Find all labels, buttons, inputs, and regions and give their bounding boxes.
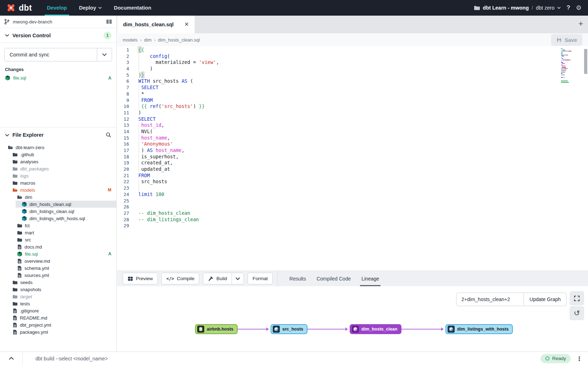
tree-item[interactable]: .github [0, 151, 116, 158]
tree-item-label: dbt_project.yml [20, 322, 51, 328]
line-number: 8 [117, 91, 129, 97]
tree-item-label: analyses [20, 159, 38, 164]
tree-item[interactable]: src [0, 236, 116, 243]
tree-item[interactable]: mart [0, 229, 116, 236]
compile-button[interactable]: </> Compile [161, 273, 199, 284]
line-number: 6 [117, 78, 129, 85]
tree-item[interactable]: dim_listings_with_hosts.sql [0, 215, 116, 222]
tree-item[interactable]: sources.yml [0, 272, 116, 279]
tree-item[interactable]: dbt_project.yml [0, 321, 116, 328]
tree-item[interactable]: dim_hosts_clean.sql [0, 201, 116, 208]
tree-item[interactable]: packages.yml [0, 328, 116, 336]
breadcrumb-separator: › [140, 37, 142, 43]
dbt-logo[interactable]: dbt [6, 2, 32, 13]
tree-item-label: models [20, 187, 35, 193]
status-badge: A [108, 251, 111, 256]
breadcrumb-models[interactable]: models [123, 37, 138, 43]
lineage-node-dim-listings-with-hosts[interactable]: dim_listings_with_hosts [445, 324, 513, 334]
lineage-node-dim-hosts-clean[interactable]: dim_hosts_clean [350, 324, 401, 334]
command-input[interactable]: dbt build --select <model_name> [35, 356, 108, 361]
tree-item[interactable]: overview.md [0, 257, 116, 265]
code-line: 15 host_name, [117, 135, 588, 141]
tree-item[interactable]: analyses [0, 158, 116, 165]
tree-item[interactable]: file.sql A [0, 250, 116, 257]
line-number: 10 [117, 103, 129, 110]
file-explorer-title: File Explorer [12, 132, 44, 138]
branch-bar[interactable]: mwong-dev-branch [0, 16, 116, 28]
top-navbar: dbt Develop Deploy Documentation dbt Lea… [0, 0, 588, 16]
docs-book-icon[interactable] [106, 19, 112, 24]
line-number: 9 [117, 97, 129, 104]
edge-arrow [237, 329, 268, 329]
line-number: 26 [117, 204, 129, 210]
folder-icon [17, 237, 22, 243]
lineage-node-src-hosts[interactable]: src_hosts [271, 324, 307, 334]
code-editor[interactable]: 1 {{ 2 config( 3 materialized = 'view', … [117, 46, 588, 271]
commit-and-sync-button[interactable]: Commit and sync [4, 48, 112, 61]
changed-file-row[interactable]: file.sql A [5, 75, 111, 81]
file-explorer-header[interactable]: File Explorer [0, 127, 116, 142]
tree-item[interactable]: fct [0, 222, 116, 229]
tree-item[interactable]: tests [0, 300, 116, 307]
tree-item-label: README.md [20, 315, 47, 321]
minimap[interactable] [561, 48, 579, 85]
expand-panel-button[interactable] [0, 352, 23, 365]
project-name: dbt Learn - mwong [483, 5, 529, 11]
line-number: 21 [117, 173, 129, 179]
tree-item-label: mart [25, 230, 34, 235]
tab-results[interactable]: Results [289, 271, 306, 286]
tree-item[interactable]: target [0, 293, 116, 300]
new-tab-plus-icon[interactable]: + [578, 20, 583, 28]
tree-item[interactable]: dim [0, 194, 116, 201]
breadcrumb-file[interactable]: dim_hosts_clean.sql [158, 37, 200, 43]
tree-item[interactable]: dbt_packages [0, 165, 116, 172]
model-cube-icon [448, 326, 455, 333]
tree-item[interactable]: docs.md [0, 243, 116, 250]
tree-item-label: .github [20, 152, 34, 157]
commit-options-caret[interactable] [97, 48, 112, 61]
tree-item[interactable]: logs [0, 172, 116, 179]
nav-documentation[interactable]: Documentation [114, 0, 151, 16]
save-icon [556, 37, 562, 43]
preview-button[interactable]: Preview [123, 273, 158, 284]
search-icon[interactable] [106, 132, 111, 138]
nav-develop[interactable]: Develop [47, 0, 67, 16]
tree-item[interactable]: macros [0, 179, 116, 186]
tab-compiled-code[interactable]: Compiled Code [317, 271, 351, 286]
breadcrumb: models › dim › dim_hosts_clean.sql Save [117, 33, 588, 46]
tree-item[interactable]: schema.yml [0, 265, 116, 272]
gear-icon[interactable]: ⚙ [576, 5, 582, 11]
version-control-header[interactable]: Version Control 1 [0, 28, 116, 43]
scrollbar-thumb[interactable] [584, 49, 587, 74]
tab-lineage[interactable]: Lineage [361, 271, 379, 286]
save-button[interactable]: Save [551, 34, 582, 46]
model-icon [22, 216, 27, 221]
tree-item[interactable]: models M [0, 186, 116, 194]
build-button[interactable]: Build [203, 273, 232, 284]
chevron-down-icon [98, 7, 102, 9]
close-icon[interactable]: ✕ [184, 22, 189, 27]
code-line: 24 limit 100 [117, 191, 588, 198]
tab-dim-hosts-clean[interactable]: dim_hosts_clean.sql ✕ [117, 16, 195, 33]
tab-label: dim_hosts_clean.sql [123, 22, 174, 27]
format-button[interactable]: Format [248, 273, 273, 284]
lineage-node-airbnb-hosts[interactable]: airbnb.hosts [195, 324, 238, 334]
project-switcher[interactable]: dbt Learn - mwong / dbt zero [474, 5, 561, 11]
code-line: 29 [117, 223, 588, 229]
tree-item[interactable]: seeds [0, 279, 116, 286]
line-number: 29 [117, 223, 129, 229]
kebab-menu-icon[interactable]: ⋮ [576, 355, 582, 362]
tree-item[interactable]: dbt-learn-zero [0, 144, 116, 151]
breadcrumb-dim[interactable]: dim [144, 37, 151, 43]
tree-item[interactable]: dim_listings_clean.sql [0, 208, 116, 215]
folder-icon [12, 294, 18, 299]
tree-item[interactable]: .gitignore [0, 307, 116, 314]
help-icon[interactable]: ? [566, 4, 570, 11]
tree-item-label: dim [25, 195, 32, 200]
file-icon [12, 315, 17, 321]
build-options-caret[interactable] [232, 273, 244, 284]
tree-item[interactable]: README.md [0, 314, 116, 321]
tree-item[interactable]: snapshots [0, 286, 116, 293]
line-number: 23 [117, 185, 129, 191]
nav-deploy[interactable]: Deploy [79, 0, 102, 16]
